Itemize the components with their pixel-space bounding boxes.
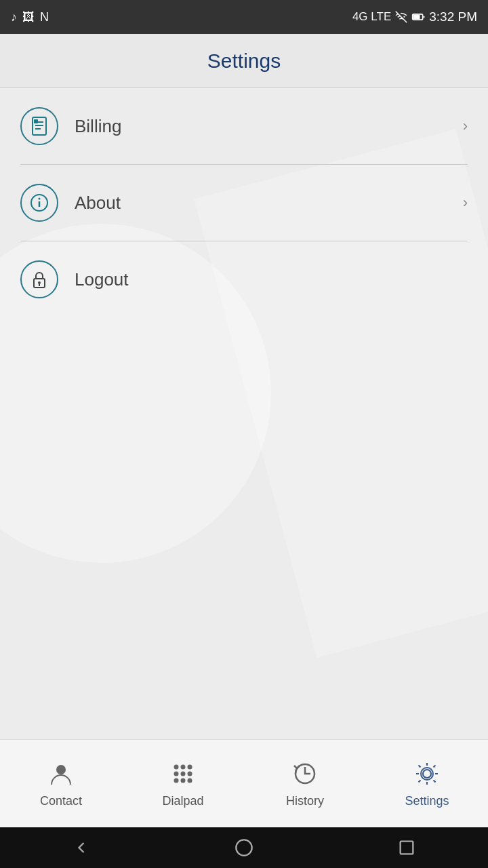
svg-point-18 [174, 772, 179, 776]
logout-menu-item[interactable]: Logout [0, 241, 488, 317]
dialpad-icon [168, 759, 198, 789]
bottom-navigation: Contact Dialpad [0, 739, 488, 827]
status-bar-right: 4G LTE 3:32 PM [352, 9, 477, 24]
svg-point-15 [174, 765, 179, 770]
status-bar-left: ♪ 🖼 N [11, 10, 49, 24]
settings-menu: Billing › About › [0, 88, 488, 317]
settings-nav-label: Settings [405, 794, 449, 808]
music-icon: ♪ [11, 10, 17, 24]
about-icon-wrapper [20, 184, 58, 222]
svg-point-20 [188, 772, 192, 776]
history-nav-label: History [286, 794, 324, 808]
main-content: Billing › About › [0, 88, 488, 739]
n-icon: N [40, 10, 49, 24]
nav-dialpad[interactable]: Dialpad [122, 752, 244, 815]
about-chevron: › [463, 194, 468, 212]
svg-point-23 [188, 778, 192, 783]
billing-chevron: › [463, 117, 468, 135]
document-icon [28, 115, 50, 137]
billing-label: Billing [75, 116, 463, 137]
svg-point-16 [181, 765, 186, 770]
app-header: Settings [0, 34, 488, 88]
settings-icon [412, 759, 442, 789]
nav-settings[interactable]: Settings [366, 752, 488, 815]
logout-label: Logout [75, 269, 468, 290]
info-icon [28, 192, 50, 214]
svg-point-10 [39, 198, 41, 200]
svg-point-21 [174, 778, 179, 783]
svg-point-14 [56, 765, 66, 774]
status-bar: ♪ 🖼 N 4G LTE 3:32 PM [0, 0, 488, 34]
system-nav-bar [0, 827, 488, 868]
lock-icon [28, 269, 50, 290]
recents-button[interactable] [393, 834, 420, 861]
battery-icon [411, 10, 425, 24]
svg-rect-7 [34, 119, 38, 123]
contact-nav-label: Contact [40, 794, 82, 808]
svg-point-25 [423, 770, 431, 778]
svg-point-12 [38, 281, 41, 284]
about-menu-item[interactable]: About › [0, 165, 488, 241]
svg-rect-28 [401, 842, 413, 854]
nav-history[interactable]: History [244, 752, 366, 815]
page-title: Settings [207, 50, 281, 73]
image-icon: 🖼 [22, 10, 35, 24]
svg-point-19 [181, 772, 186, 776]
billing-menu-item[interactable]: Billing › [0, 88, 488, 164]
svg-point-17 [188, 765, 192, 770]
logout-icon-wrapper [20, 260, 58, 298]
home-button[interactable] [230, 834, 258, 861]
billing-icon-wrapper [20, 107, 58, 145]
back-button[interactable] [68, 834, 95, 861]
status-time: 3:32 PM [429, 9, 477, 24]
svg-rect-2 [413, 15, 420, 20]
network-label: 4G LTE [352, 10, 391, 24]
nav-contact[interactable]: Contact [0, 752, 122, 815]
contact-icon [46, 759, 76, 789]
about-label: About [75, 193, 463, 214]
dialpad-nav-label: Dialpad [162, 794, 203, 808]
svg-point-22 [181, 778, 186, 783]
signal-icon [395, 11, 407, 23]
svg-point-27 [236, 840, 251, 855]
history-icon [290, 759, 320, 789]
